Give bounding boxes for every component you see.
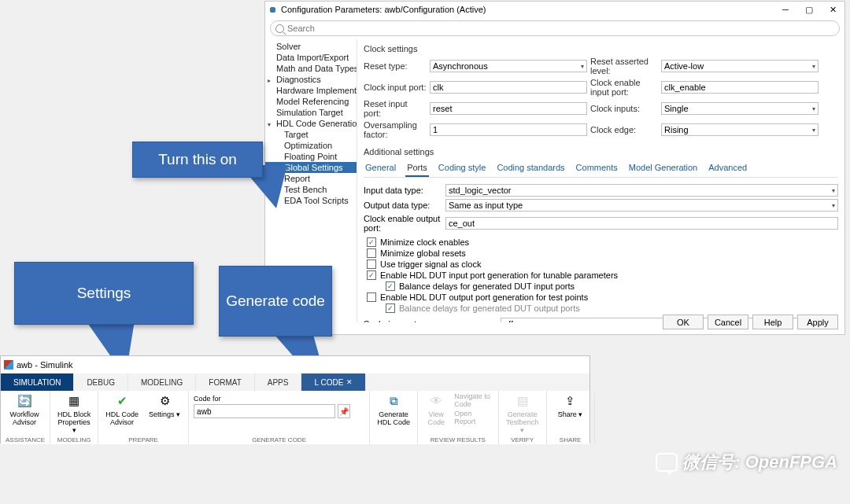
bal-out-label: Balance delays for generated DUT output …: [399, 304, 580, 313]
tab-simulation[interactable]: SIMULATION: [1, 373, 74, 391]
oversamp-label: Oversampling factor:: [364, 120, 427, 139]
tab-format[interactable]: FORMAT: [196, 373, 254, 391]
addl-heading: Additional settings: [364, 147, 838, 156]
generate-icon: ⧉: [385, 392, 402, 410]
tab-ports[interactable]: Ports: [405, 161, 429, 177]
en-out-check[interactable]: [367, 292, 376, 302]
tree-opt[interactable]: Optimization: [265, 140, 357, 151]
clk-enable-label: Clock enable input port:: [590, 78, 658, 97]
min-ce-check[interactable]: ✓: [367, 237, 376, 247]
ce-out-label: Clock enable output port:: [364, 214, 442, 233]
simulink-window: awb - Simulink SIMULATION DEBUG MODELING…: [0, 355, 590, 443]
reset-asserted-label: Reset asserted level:: [590, 57, 658, 75]
close-button[interactable]: ✕: [821, 2, 844, 17]
cancel-button[interactable]: Cancel: [708, 315, 748, 329]
apply-button[interactable]: Apply: [797, 315, 838, 329]
clk-edge-label: Clock edge:: [590, 125, 658, 134]
in-type-field[interactable]: std_logic_vector: [445, 184, 838, 197]
gen-testbench-button[interactable]: ▤Generate Testbench ▾: [504, 392, 541, 435]
group-modeling-label: MODELING: [55, 436, 93, 444]
tree-float[interactable]: Floating Point: [265, 151, 357, 162]
group-prepare-label: PREPARE: [103, 436, 183, 444]
en-out-label: Enable HDL DUT output port generation fo…: [380, 292, 588, 302]
group-gencode-label: GENERATE CODE: [194, 436, 364, 444]
bal-in-check[interactable]: ✓: [386, 281, 395, 291]
tree-solver[interactable]: Solver: [265, 41, 357, 52]
ok-button[interactable]: OK: [663, 315, 704, 329]
tree-math[interactable]: Math and Data Types: [265, 63, 357, 74]
clk-inputs-field[interactable]: Single: [661, 102, 819, 115]
bal-in-label: Balance delays for generated DUT input p…: [399, 281, 575, 291]
tab-debug[interactable]: DEBUG: [74, 373, 128, 391]
tab-comments[interactable]: Comments: [575, 161, 619, 177]
tab-hdlcode[interactable]: L CODE✕: [301, 373, 366, 391]
clock-heading: Clock settings: [364, 44, 838, 53]
tree-hdl[interactable]: HDL Code Generation: [265, 118, 357, 129]
tab-advanced[interactable]: Advanced: [707, 161, 748, 177]
search-icon: [275, 24, 284, 33]
main-pane: Clock settings Reset type: Asynchronous …: [357, 39, 844, 322]
view-icon: 👁: [427, 392, 445, 410]
code-for-label: Code for: [194, 395, 350, 403]
clk-input-label: Clock input port:: [364, 83, 427, 92]
tree-hw[interactable]: Hardware Implementation: [265, 85, 357, 96]
maximize-button[interactable]: ▢: [797, 2, 821, 17]
en-in-label: Enable HDL DUT input port generation for…: [380, 270, 618, 280]
workflow-icon: 🔄: [16, 392, 33, 410]
group-verify-label: VERIFY: [504, 436, 541, 444]
open-report-item[interactable]: Open Report: [454, 410, 493, 425]
clk-edge-field[interactable]: Rising: [661, 123, 819, 136]
tab-apps[interactable]: APPS: [255, 373, 302, 391]
search-box[interactable]: [270, 20, 840, 36]
reset-input-label: Reset input port:: [364, 99, 427, 118]
tab-general[interactable]: General: [364, 161, 397, 177]
hdl-block-button[interactable]: ▦HDL Block Properties ▾: [55, 392, 93, 435]
code-for-input[interactable]: [194, 404, 335, 418]
tree-diag[interactable]: Diagnostics: [265, 74, 357, 85]
tab-coding-std[interactable]: Coding standards: [495, 161, 566, 177]
oversamp-field[interactable]: 1: [430, 123, 587, 136]
trig-check[interactable]: [367, 259, 376, 269]
check-icon: ✔: [113, 392, 131, 410]
clk-enable-field[interactable]: clk_enable: [661, 81, 819, 94]
window-title: Configuration Parameters: awb/Configurat…: [281, 5, 486, 14]
addl-tabbar: General Ports Coding style Coding standa…: [364, 161, 838, 178]
scalar-label: Scalarize ports:: [364, 319, 497, 322]
reset-type-label: Reset type:: [364, 61, 427, 71]
generate-hdl-button[interactable]: ⧉Generate HDL Code: [375, 392, 412, 427]
close-tab-icon[interactable]: ✕: [346, 378, 353, 386]
settings-button[interactable]: ⚙Settings ▾: [146, 392, 183, 419]
workflow-advisor-button[interactable]: 🔄Workflow Advisor: [6, 392, 43, 427]
hdl-code-advisor-button[interactable]: ✔HDL Code Advisor: [103, 392, 141, 427]
tab-modeling[interactable]: MODELING: [128, 373, 196, 391]
en-in-check[interactable]: ✓: [367, 270, 376, 280]
tree-simtarget[interactable]: Simulation Target: [265, 107, 357, 118]
reset-input-field[interactable]: reset: [430, 102, 587, 115]
min-gr-check[interactable]: [367, 248, 376, 258]
reset-type-field[interactable]: Asynchronous: [430, 60, 587, 72]
tab-modelgen[interactable]: Model Generation: [627, 161, 699, 177]
out-type-field[interactable]: Same as input type: [445, 199, 838, 212]
search-input[interactable]: [287, 24, 834, 33]
wechat-icon: [656, 453, 678, 472]
tree-dataio[interactable]: Data Import/Export: [265, 52, 357, 63]
tree-target[interactable]: Target: [265, 129, 357, 140]
nav-code-item[interactable]: Navigate to Code: [454, 392, 493, 408]
tab-coding-style[interactable]: Coding style: [437, 161, 488, 177]
minimize-button[interactable]: ─: [774, 2, 797, 17]
ribbon-tabs: SIMULATION DEBUG MODELING FORMAT APPS L …: [1, 373, 589, 391]
help-button[interactable]: Help: [752, 315, 793, 329]
callout-gencode: Generate code: [219, 266, 332, 337]
view-code-button[interactable]: 👁View Code: [423, 392, 449, 427]
min-ce-label: Minimize clock enables: [380, 237, 469, 247]
tree-modelref[interactable]: Model Referencing: [265, 96, 357, 107]
reset-asserted-field[interactable]: Active-low: [661, 60, 819, 72]
clk-input-field[interactable]: clk: [430, 81, 587, 94]
bal-out-check[interactable]: ✓: [386, 304, 395, 313]
pin-button[interactable]: 📌: [338, 404, 350, 418]
clk-inputs-label: Clock inputs:: [590, 104, 658, 113]
ce-out-field[interactable]: ce_out: [445, 217, 838, 230]
group-gencode-label2: [375, 443, 412, 444]
share-button[interactable]: ⇪Share ▾: [552, 392, 589, 419]
callout-turn-on: Turn this on: [132, 142, 263, 178]
